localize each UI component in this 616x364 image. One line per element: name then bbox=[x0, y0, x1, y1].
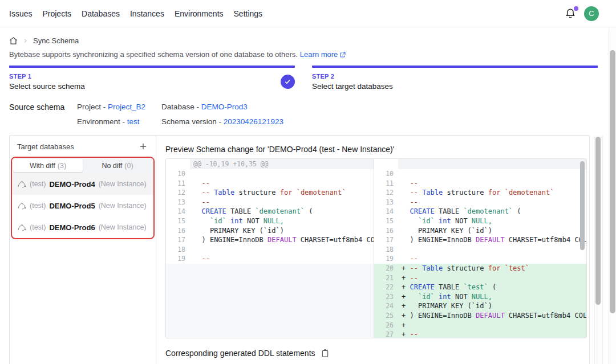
nav-item-instances[interactable]: Instances bbox=[130, 9, 164, 18]
ddl-statements-title: Corresponding generated DDL statements bbox=[165, 349, 329, 358]
source-field: Environment - test bbox=[77, 117, 161, 126]
top-nav: IssuesProjectsDatabasesInstancesEnvironm… bbox=[0, 0, 616, 27]
diff-hunk-header: @@ -10,19 +10,35 @@ bbox=[166, 159, 374, 169]
tab-label: With diff bbox=[30, 162, 55, 170]
nav-right: C bbox=[565, 6, 607, 21]
main-panel: Target databases With diff(3)No diff(0) … bbox=[9, 135, 590, 364]
target-database-item[interactable]: (test)DEMO-Prod6(New Instance) bbox=[12, 216, 153, 238]
source-field-value-link[interactable]: test bbox=[127, 117, 140, 126]
diff-tabs: With diff(3)No diff(0) bbox=[12, 158, 153, 173]
source-field: Database - DEMO-Prod3 bbox=[161, 103, 283, 111]
diff-line: 19 -- bbox=[374, 254, 586, 264]
step-1-label: STEP 1 bbox=[9, 73, 85, 80]
diff-line: 15 `id` int NOT NULL, bbox=[374, 216, 586, 226]
nav-item-projects[interactable]: Projects bbox=[42, 9, 71, 18]
nav-item-settings[interactable]: Settings bbox=[234, 9, 263, 18]
notification-bell-icon[interactable] bbox=[565, 8, 576, 19]
db-suffix: (New Instance) bbox=[99, 180, 147, 188]
nav-item-databases[interactable]: Databases bbox=[82, 9, 120, 18]
source-field-name: Project - bbox=[77, 103, 108, 111]
mysql-icon bbox=[18, 181, 26, 188]
diff-line: 21+ -- bbox=[374, 273, 586, 283]
page-scrollbar[interactable] bbox=[610, 50, 615, 313]
tab-count: (3) bbox=[58, 162, 66, 170]
diff-line: 18 bbox=[374, 245, 586, 255]
preview-title: Preview Schema change for 'DEMO-Prod4 (t… bbox=[165, 145, 394, 154]
step-2-bar bbox=[312, 66, 598, 68]
target-databases-panel: Target databases With diff(3)No diff(0) … bbox=[10, 136, 156, 364]
diff-line: 12 -- Table structure for `demotenant` bbox=[166, 188, 374, 198]
db-name: DEMO-Prod6 bbox=[49, 223, 95, 232]
tab-label: No diff bbox=[102, 162, 122, 170]
target-databases-title: Target databases bbox=[17, 142, 74, 151]
step-1-bar bbox=[9, 66, 295, 68]
diff-line: 11 -- bbox=[166, 179, 374, 189]
copy-ddl-button[interactable] bbox=[321, 349, 329, 358]
diff-pane-old: @@ -10,19 +10,35 @@10 11 --12 -- Table s… bbox=[166, 159, 374, 338]
target-database-item[interactable]: (test)DEMO-Prod4(New Instance) bbox=[12, 173, 153, 195]
diff-line: 17 ) ENGINE=InnoDB DEFAULT CHARSET=utf8m… bbox=[374, 235, 586, 245]
tab-with-diff[interactable]: With diff(3) bbox=[13, 159, 83, 172]
diff-line: 10 bbox=[374, 169, 586, 179]
notification-dot bbox=[574, 6, 578, 11]
schema-diff-viewer: @@ -10,19 +10,35 @@10 11 --12 -- Table s… bbox=[165, 158, 587, 338]
mysql-icon bbox=[18, 202, 26, 210]
source-field: Schema version - 20230426121923 bbox=[161, 117, 283, 126]
source-field-value-link[interactable]: DEMO-Prod3 bbox=[201, 103, 248, 111]
step-2: STEP 2 Select target databases bbox=[312, 66, 598, 91]
learn-more-link[interactable]: Learn more bbox=[300, 50, 346, 59]
db-name: DEMO-Prod5 bbox=[49, 202, 95, 210]
diff-line: 14 CREATE TABLE `demotenant` ( bbox=[374, 207, 586, 216]
diff-line: 18 bbox=[166, 245, 374, 255]
diff-empty-filler bbox=[166, 264, 374, 338]
chevron-right-icon bbox=[23, 38, 28, 43]
source-field-name: Environment - bbox=[77, 117, 127, 126]
diff-line: 16 PRIMARY KEY (`id`) bbox=[374, 226, 586, 236]
source-schema-label: Source schema bbox=[9, 103, 64, 112]
db-environment: (test) bbox=[30, 202, 46, 210]
step-1-check-icon bbox=[281, 75, 295, 89]
diff-scrollbar[interactable] bbox=[580, 161, 585, 250]
diff-line: 16 PRIMARY KEY (`id`) bbox=[166, 226, 374, 236]
step-1-title: Select source schema bbox=[9, 82, 85, 91]
source-field-name: Database - bbox=[161, 103, 201, 111]
intro-text: Bytebase supports synchronizing a specif… bbox=[9, 50, 346, 59]
avatar[interactable]: C bbox=[584, 6, 599, 21]
source-field-value-link[interactable]: Project_B2 bbox=[108, 103, 145, 111]
home-icon[interactable] bbox=[9, 36, 18, 45]
target-databases-highlight-box: With diff(3)No diff(0) (test)DEMO-Prod4(… bbox=[11, 157, 155, 239]
tab-count: (0) bbox=[124, 162, 133, 170]
clipboard-icon bbox=[321, 349, 329, 358]
diff-line: 27+ -- bbox=[374, 330, 586, 338]
add-target-database-button[interactable] bbox=[138, 141, 148, 152]
target-database-item[interactable]: (test)DEMO-Prod5(New Instance) bbox=[12, 195, 153, 216]
diff-pane-new: 10 11 --12 -- Table structure for `demot… bbox=[374, 159, 586, 338]
diff-line: 26+ bbox=[374, 321, 586, 330]
source-field-name: Schema version - bbox=[161, 117, 224, 126]
diff-line: 15 `id` int NOT NULL, bbox=[166, 216, 374, 226]
tab-no-diff[interactable]: No diff(0) bbox=[83, 159, 152, 172]
step-2-title: Select target databases bbox=[312, 82, 393, 91]
external-link-icon bbox=[339, 51, 346, 58]
source-field-value-link[interactable]: 20230426121923 bbox=[224, 117, 283, 126]
diff-line: 24+ PRIMARY KEY (`id`) bbox=[374, 301, 586, 311]
step-indicator: STEP 1 Select source schema STEP 2 Selec… bbox=[9, 66, 598, 91]
step-1: STEP 1 Select source schema bbox=[9, 66, 295, 91]
diff-hunk-header bbox=[374, 159, 586, 169]
diff-line: 10 bbox=[166, 169, 374, 179]
content-scrollbar[interactable] bbox=[595, 137, 601, 305]
source-fields: Project - Project_B2Database - DEMO-Prod… bbox=[77, 103, 283, 126]
breadcrumb-current: Sync Schema bbox=[33, 36, 79, 45]
diff-line: 12 -- Table structure for `demotenant` bbox=[374, 188, 586, 198]
nav-item-issues[interactable]: Issues bbox=[9, 9, 32, 18]
sync-schema-page: IssuesProjectsDatabasesInstancesEnvironm… bbox=[0, 0, 616, 364]
diff-line: 13 -- bbox=[166, 198, 374, 207]
diff-line: 11 -- bbox=[374, 179, 586, 189]
mysql-icon bbox=[18, 224, 26, 231]
diff-line: 23+ `id` int NOT NULL, bbox=[374, 292, 586, 302]
db-environment: (test) bbox=[30, 223, 46, 231]
diff-line: 20+ -- Table structure for `test` bbox=[374, 264, 586, 273]
nav-item-environments[interactable]: Environments bbox=[175, 9, 224, 18]
diff-line: 19 -- bbox=[166, 254, 374, 264]
diff-line: 17 ) ENGINE=InnoDB DEFAULT CHARSET=utf8m… bbox=[166, 235, 374, 245]
